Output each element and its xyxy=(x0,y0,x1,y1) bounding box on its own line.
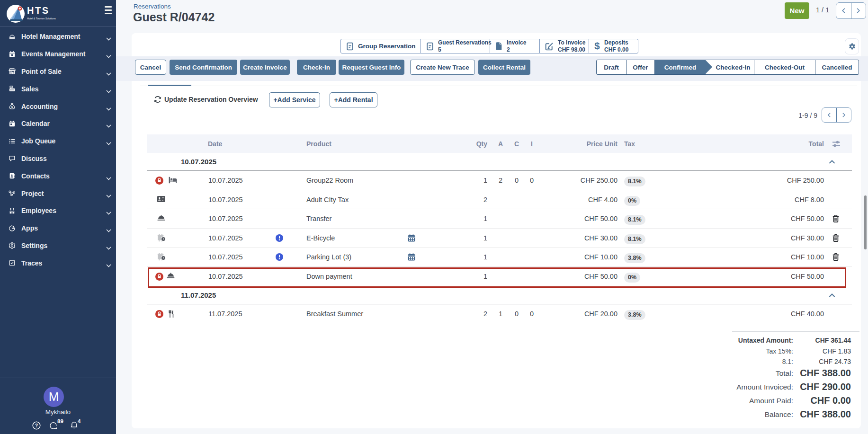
svg-text:?: ? xyxy=(35,423,38,428)
svg-text:$: $ xyxy=(594,41,600,51)
svg-text:$: $ xyxy=(11,106,13,108)
